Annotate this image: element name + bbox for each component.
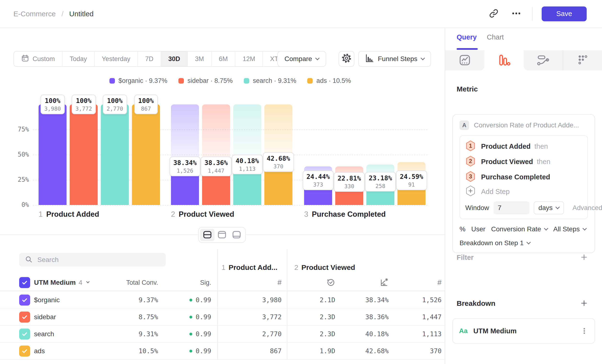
breadcrumb-separator: / — [62, 10, 64, 18]
window-unit-select[interactable]: days — [534, 201, 564, 214]
y-axis-tick: 50% — [18, 151, 29, 158]
add-breakdown-button[interactable] — [580, 299, 588, 308]
table-row-sidebar[interactable]: sidebar8.75%0.993,7722.3D38.36%1,447 — [0, 309, 445, 326]
filter-section: Filter — [457, 252, 588, 263]
kebab-menu-icon[interactable] — [580, 327, 588, 335]
step2-conversion-cell: 38.36% — [365, 309, 389, 325]
breakdown-column-header[interactable]: UTM Medium 4 — [34, 274, 89, 291]
layout-panel-top-button[interactable] — [215, 229, 229, 241]
insights-chart-icon — [459, 54, 471, 67]
step1-count-cell: 3,772 — [262, 309, 282, 325]
report-type-tabs — [445, 50, 602, 70]
query-panel: Query Chart — [445, 28, 602, 364]
query-step-3[interactable]: 3Purchase Completed — [465, 169, 582, 185]
measure-metric-select[interactable]: Conversion Rate — [491, 225, 548, 233]
percent-symbol: % — [460, 225, 465, 233]
row-checkbox[interactable] — [19, 295, 30, 306]
range-3m[interactable]: 3M — [187, 52, 211, 66]
breakdown-item-utm-medium[interactable]: AaUTM Medium — [452, 318, 595, 344]
legend-item-search[interactable]: search · 9.31% — [244, 77, 296, 85]
metric-title-row[interactable]: A Conversion Rate of Product Adde... — [460, 120, 588, 130]
bar-value-label: 100%3,772 — [72, 95, 96, 114]
layout-split-horizontal-button[interactable] — [200, 229, 215, 241]
legend-item-sidebar[interactable]: sidebar · 8.75% — [178, 77, 233, 85]
add-step-button[interactable]: Add Step — [465, 185, 582, 199]
range-30d[interactable]: 30D — [161, 52, 187, 66]
steps-scope-select[interactable]: All Steps — [553, 225, 586, 233]
layout-panel-bottom-button[interactable] — [229, 229, 244, 241]
breadcrumb-report-name[interactable]: Untitled — [69, 10, 94, 18]
tab-query[interactable]: Query — [457, 33, 477, 41]
legend-swatch — [244, 78, 249, 84]
funnel-bar-sidebar-step1[interactable] — [70, 104, 98, 205]
funnel-bar-ads-step1[interactable] — [132, 104, 160, 205]
step1-count-column-icon[interactable]: # — [278, 274, 282, 291]
chevron-down-icon — [526, 240, 531, 244]
funnel-bar-organic-step1[interactable] — [39, 104, 66, 205]
table-step1-header: 1 Product Add... — [222, 263, 278, 272]
more-actions-button[interactable] — [510, 7, 523, 21]
step2-count-column-icon[interactable]: # — [438, 274, 441, 291]
search-input[interactable] — [37, 256, 152, 264]
chart-type-select[interactable]: Funnel Steps — [358, 51, 431, 67]
clock-check-icon — [326, 278, 335, 288]
table-row-organic[interactable]: $organic9.37%0.993,9802.1D38.34%1,526 — [0, 292, 445, 309]
select-all-checkbox[interactable] — [19, 274, 30, 291]
tab-insights[interactable] — [445, 50, 484, 70]
tab-funnels[interactable] — [484, 50, 524, 70]
panel-top-icon — [217, 230, 227, 240]
total-conversion-cell: 10.5% — [139, 343, 158, 359]
tab-chart[interactable]: Chart — [487, 33, 504, 41]
row-name: search — [34, 326, 54, 342]
chart-settings-button[interactable] — [339, 51, 355, 67]
row-checkbox[interactable] — [19, 311, 30, 322]
step2-conversion-cell: 42.68% — [365, 343, 389, 359]
table-row-search[interactable]: search9.31%0.992,7702.3D40.18%1,113 — [0, 326, 445, 343]
step-number-hexagon-icon: 1 — [465, 140, 476, 152]
window-value-input[interactable] — [494, 201, 529, 214]
range-6m[interactable]: 6M — [211, 52, 235, 66]
chart-step-label-2: 2Product Viewed — [171, 210, 234, 219]
calendar-icon — [21, 54, 29, 64]
compare-button[interactable]: Compare — [277, 51, 326, 67]
breakdown-step-select[interactable]: Breakdown on Step 1 — [460, 239, 530, 247]
query-step-1[interactable]: 1Product Addedthen — [465, 139, 582, 154]
table-row-ads[interactable]: ads10.5%0.998671.9D42.68%370 — [0, 343, 445, 360]
tab-retention[interactable] — [563, 50, 602, 70]
funnel-bars-icon — [498, 54, 510, 67]
range-yesterday[interactable]: Yesterday — [94, 52, 138, 66]
row-checkbox[interactable] — [19, 329, 30, 340]
bar-value-label: 38.36%1,447 — [201, 157, 232, 176]
legend-item-organic[interactable]: $organic · 9.37% — [109, 77, 167, 85]
measure-entity[interactable]: User — [471, 225, 485, 233]
range-today[interactable]: Today — [62, 52, 94, 66]
breakdown-step-row: Breakdown on Step 1 — [460, 239, 588, 247]
step2-time-column-icon[interactable] — [326, 274, 335, 291]
save-button[interactable]: Save — [542, 6, 587, 21]
total-conv-column-header[interactable]: Total Conv. — [126, 274, 158, 291]
share-link-button[interactable] — [487, 7, 500, 21]
funnel-bar-search-step1[interactable] — [101, 104, 129, 205]
legend-item-ads[interactable]: ads · 10.5% — [307, 77, 351, 85]
tab-flows[interactable] — [524, 50, 563, 70]
range-custom[interactable]: Custom — [14, 52, 62, 66]
advanced-toggle[interactable]: Advanced — [572, 204, 602, 212]
add-filter-button[interactable] — [580, 253, 588, 262]
range-12m[interactable]: 12M — [235, 52, 262, 66]
step2-time-cell: 2.3D — [320, 309, 335, 325]
query-step-2[interactable]: 2Product Viewedthen — [465, 154, 582, 169]
split-horizontal-icon — [203, 230, 212, 240]
row-name: ads — [34, 343, 45, 359]
chart-step-label-3: 3Purchase Completed — [304, 210, 386, 219]
range-7d[interactable]: 7D — [138, 52, 161, 66]
row-checkbox[interactable] — [19, 346, 30, 357]
significance-cell: 0.99 — [189, 326, 211, 342]
step2-conversion-column-icon[interactable] — [379, 274, 389, 291]
sig-column-header[interactable]: Sig. — [200, 274, 211, 291]
svg-text:2: 2 — [469, 158, 472, 164]
row-name: sidebar — [34, 309, 56, 325]
significance-dot — [189, 299, 192, 301]
breadcrumb-project[interactable]: E-Commerce — [13, 10, 56, 18]
header-divider — [532, 7, 533, 21]
step2-time-cell: 1.9D — [320, 343, 335, 359]
